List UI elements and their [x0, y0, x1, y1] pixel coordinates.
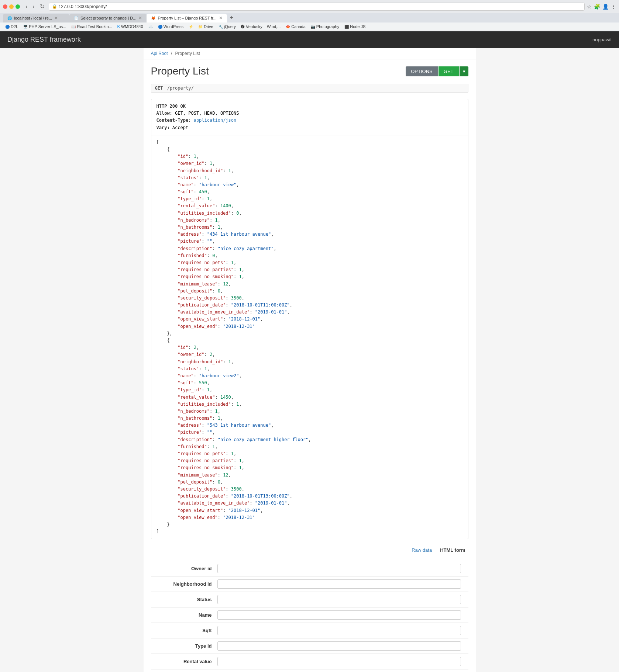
form-row-owner_id: Owner id: [151, 561, 468, 576]
tab-title-2: Select property to change | D...: [80, 16, 136, 20]
form-input-owner_id[interactable]: [217, 564, 461, 573]
bookmark-canada[interactable]: 🍁 Canada: [283, 24, 308, 30]
back-button[interactable]: ‹: [24, 3, 29, 11]
bookmark-road[interactable]: 📖 Road Test Bookin...: [69, 24, 114, 30]
bookmark-wordpress[interactable]: 🔵 WordPress: [156, 24, 186, 30]
form-label-name: Name: [158, 612, 217, 618]
browser-tab-1[interactable]: 🌐 localhost / local / re... ✕: [3, 14, 69, 22]
bookmark-favicon-d2l: 🔵: [5, 25, 10, 29]
bookmark-label-ventusky: Ventusky – Wind,...: [246, 24, 281, 29]
form-input-neighborhood_id[interactable]: [217, 579, 461, 589]
bookmark-label-php: PHP Server LS_us...: [29, 24, 66, 29]
extensions-button[interactable]: 🧩: [594, 4, 600, 10]
bookmark-photography[interactable]: 📷 Photography: [309, 24, 341, 30]
bookmark-favicon-jquery: 🔧: [219, 25, 223, 29]
bookmark-favicon-nodejs: ⬛: [344, 25, 349, 29]
breadcrumb-root-link[interactable]: Api Root: [151, 51, 168, 56]
star-button[interactable]: ☆: [587, 4, 592, 10]
form-input-status[interactable]: [217, 595, 461, 604]
form-tabs: Raw data HTML form: [144, 543, 476, 557]
tab-close-1[interactable]: ✕: [54, 15, 58, 21]
form-input-rental_value[interactable]: [217, 657, 461, 666]
tab-close-2[interactable]: ✕: [138, 15, 142, 21]
bookmark-label-jquery: jQuery: [224, 24, 236, 29]
form-row-rental_value: Rental value: [151, 654, 468, 669]
drf-username[interactable]: noppawit: [592, 37, 612, 42]
tab-close-3[interactable]: ✕: [219, 15, 223, 21]
bookmark-favicon-drive: 📁: [198, 25, 203, 29]
browser-navigation: ‹ › ↻: [24, 2, 47, 11]
html-form-section: Owner idNeighborhood idStatusNameSqftTyp…: [144, 557, 476, 672]
form-input-name[interactable]: [217, 610, 461, 620]
address-bar[interactable]: 🔒 127.0.0.1:8000/property/: [49, 3, 585, 11]
reload-button[interactable]: ↻: [38, 2, 47, 11]
bookmark-label-road: Road Test Bookin...: [77, 24, 112, 29]
response-json: [ { "id": 1, "owner_id": 1, "neighborhoo…: [151, 135, 468, 539]
response-area: HTTP 200 OK Allow: GET, POST, HEAD, OPTI…: [151, 99, 468, 539]
bookmark-wmdd[interactable]: K WMDD4840: [115, 24, 145, 30]
tab-favicon-2: 📄: [74, 16, 78, 20]
form-label-neighborhood_id: Neighborhood id: [158, 581, 217, 587]
tab-title-3: Property List – Django REST fr...: [158, 16, 216, 20]
breadcrumb-current: Property List: [175, 51, 200, 56]
bookmark-d2l[interactable]: 🔵 D2L: [3, 24, 20, 30]
vary-value: Accept: [172, 125, 188, 130]
bookmark-favicon-ventusky: 🅥: [241, 25, 245, 29]
bookmark-label-wmdd: WMDD4840: [121, 24, 143, 29]
bookmark-favicon-road: 📖: [71, 25, 76, 29]
traffic-lights: [3, 4, 20, 9]
bookmark-ventusky[interactable]: 🅥 Ventusky – Wind,...: [239, 24, 283, 30]
options-button[interactable]: OPTIONS: [406, 66, 438, 76]
page-header: Property List OPTIONS GET ▾: [144, 59, 476, 82]
profile-button[interactable]: 👤: [602, 4, 609, 10]
browser-tab-2[interactable]: 📄 Select property to change | D... ✕: [69, 14, 147, 22]
bookmark-favicon-php: 🖥️: [23, 25, 28, 29]
browser-controls: ☆ 🧩 👤 ⋮: [587, 4, 616, 10]
bookmark-label-canada: Canada: [291, 24, 306, 29]
close-window-button[interactable]: [3, 4, 7, 9]
address-text: 127.0.0.1:8000/property/: [59, 4, 107, 9]
browser-tab-3[interactable]: 🦊 Property List – Django REST fr... ✕: [147, 14, 227, 22]
tab-raw-data[interactable]: Raw data: [409, 546, 435, 554]
allow-label: Allow:: [157, 111, 172, 116]
new-tab-button[interactable]: +: [227, 13, 236, 22]
forward-button[interactable]: ›: [31, 3, 36, 11]
browser-tabs: 🌐 localhost / local / re... ✕ 📄 Select p…: [0, 13, 619, 22]
maximize-window-button[interactable]: [16, 4, 20, 9]
breadcrumb: Api Root / Property List: [144, 48, 476, 59]
form-row-neighborhood_id: Neighborhood id: [151, 576, 468, 592]
page-title: Property List: [151, 65, 209, 77]
vary-label: Vary:: [157, 125, 170, 130]
tab-favicon-3: 🦊: [151, 16, 155, 20]
get-button[interactable]: GET: [439, 66, 459, 76]
bookmark-label-drive: Drive: [204, 24, 213, 29]
drf-main-content: Api Root / Property List Property List O…: [144, 48, 476, 672]
bookmark-jquery[interactable]: 🔧 jQuery: [216, 24, 238, 30]
bookmark-cloud[interactable]: ☁️: [146, 24, 155, 30]
bookmark-label-nodejs: Node JS: [350, 24, 365, 29]
header-buttons: OPTIONS GET ▾: [406, 66, 468, 76]
drf-header: Django REST framework noppawit: [0, 31, 619, 48]
bookmark-favicon-photography: 📷: [311, 25, 315, 29]
bookmark-favicon-wmdd: K: [117, 25, 120, 29]
form-row-type_id: Type id: [151, 638, 468, 654]
bookmark-label-photography: Photography: [316, 24, 339, 29]
form-row-status: Status: [151, 592, 468, 607]
bookmark-favicon-wordpress: 🔵: [158, 25, 162, 29]
bookmark-php[interactable]: 🖥️ PHP Server LS_us...: [21, 24, 68, 30]
drf-header-title: Django REST framework: [7, 36, 81, 44]
get-dropdown-button[interactable]: ▾: [460, 66, 468, 76]
minimize-window-button[interactable]: [9, 4, 14, 9]
settings-button[interactable]: ⋮: [611, 4, 616, 10]
bookmark-favicon-canada: 🍁: [286, 25, 290, 29]
bookmark-nodejs[interactable]: ⬛ Node JS: [342, 24, 368, 30]
bookmark-drive[interactable]: 📁 Drive: [196, 24, 216, 30]
form-label-sqft: Sqft: [158, 628, 217, 633]
tab-title-1: localhost / local / re...: [14, 16, 52, 20]
tab-html-form[interactable]: HTML form: [437, 546, 468, 554]
form-input-sqft[interactable]: [217, 626, 461, 635]
form-label-type_id: Type id: [158, 643, 217, 649]
form-input-type_id[interactable]: [217, 641, 461, 651]
url-path: /property/: [167, 86, 193, 91]
bookmark-lightning[interactable]: ⚡: [186, 24, 195, 30]
